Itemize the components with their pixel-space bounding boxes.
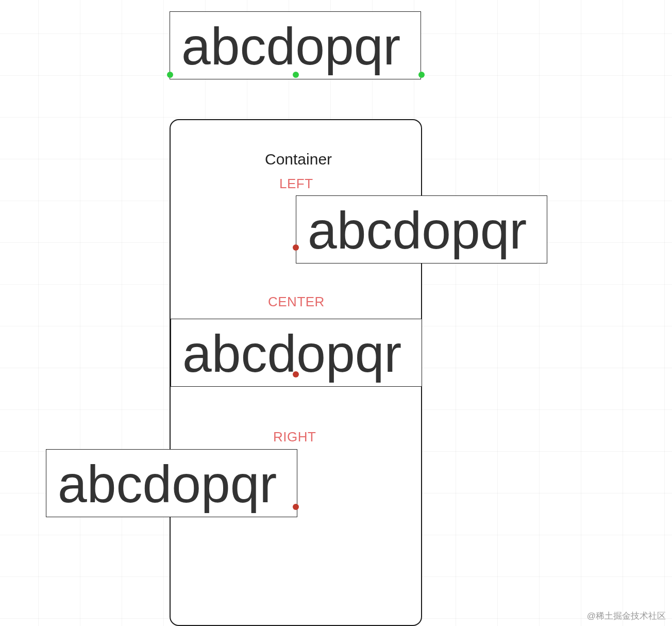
container-title: Container <box>265 151 332 168</box>
anchor-dot-left-icon <box>167 72 173 78</box>
text-box-left-align: abcdopqr <box>296 195 547 263</box>
align-label-right: RIGHT <box>273 429 316 445</box>
anchor-dot-right-icon <box>418 72 425 78</box>
align-label-center: CENTER <box>268 294 325 310</box>
diagram-stage: abcdopqr Container LEFT abcdopqr CENTER … <box>0 0 672 626</box>
anchor-dot-right-align-icon <box>293 504 299 510</box>
text-box-top: abcdopqr <box>170 11 421 79</box>
anchor-dot-left-align-icon <box>293 244 299 251</box>
text-box-right-align: abcdopqr <box>46 449 297 517</box>
anchor-dot-center-icon <box>293 72 299 78</box>
anchor-dot-center-align-icon <box>293 371 299 377</box>
align-label-left: LEFT <box>279 176 313 192</box>
watermark-text: @稀土掘金技术社区 <box>587 610 666 622</box>
